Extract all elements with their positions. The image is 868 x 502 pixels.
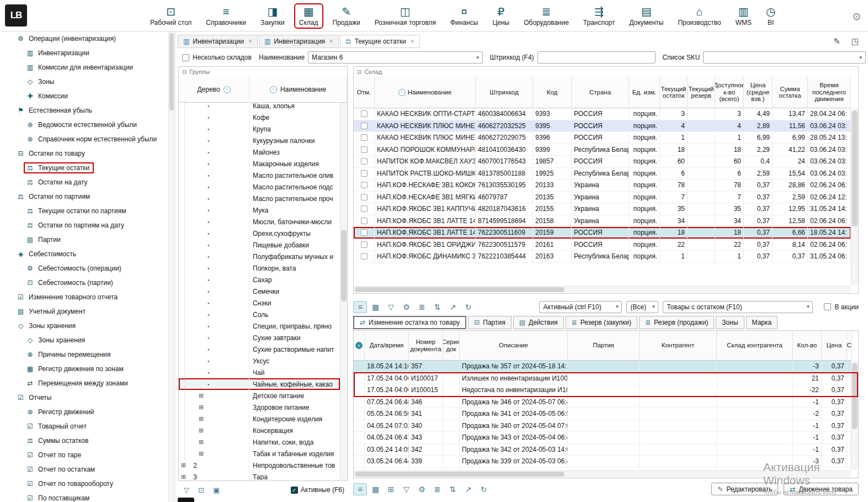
export-icon[interactable]: ↗ — [461, 483, 475, 495]
settings-icon[interactable]: ⚙ — [415, 483, 429, 495]
sidebar-item[interactable]: ⚖Текущие остатки — [0, 161, 168, 175]
stock-hscrollbar[interactable] — [354, 286, 851, 293]
group-tree-row[interactable]: ●Масло растительное проч — [179, 193, 340, 204]
group-tree-row[interactable]: ●Снэки — [179, 297, 340, 309]
status-filter-select[interactable]: Активный (ctrl F10)▼ — [539, 301, 622, 313]
scroll-thumb[interactable] — [355, 287, 565, 292]
nav-item-equipment[interactable]: ≣Оборудование — [519, 3, 574, 29]
detail-col-4[interactable]: Описание — [460, 331, 568, 360]
sidebar-item[interactable]: ⚖Остатки по партиям — [0, 189, 168, 204]
nav-item-finance[interactable]: ¤Финансы — [445, 3, 483, 29]
detail-col-7[interactable]: Склад контрагента — [717, 331, 793, 360]
movement-row[interactable]: 04.05.24 07:02340Продажа № 340 от 2024-0… — [354, 420, 858, 432]
nav-item-bi[interactable]: ◷BI — [761, 3, 780, 29]
sidebar-item[interactable]: ⚖Суммы остатков — [0, 434, 168, 448]
group-tree-row[interactable]: ●Попкорн, вата — [179, 262, 340, 274]
stock-col-7[interactable]: Текущий резерв — [688, 77, 715, 108]
row-checkbox[interactable] — [361, 229, 368, 236]
scroll-thumb[interactable] — [852, 363, 858, 429]
stock-col-8[interactable]: Доступное к-во (всего) — [715, 77, 744, 108]
export-icon[interactable]: ↗ — [446, 301, 460, 313]
expand-plus-icon[interactable]: ⊞ — [181, 473, 186, 480]
stock-vscrollbar[interactable] — [851, 108, 858, 286]
groups-col-tree[interactable]: Дерево^ — [179, 77, 249, 102]
row-checkbox[interactable] — [361, 134, 368, 141]
stock-row[interactable]: НАП.КОФ.ЯКОБС 3В1 ЛАТТЕ 14.8Г УК76223005… — [354, 227, 851, 239]
groups-scrollbar[interactable] — [340, 103, 347, 480]
movement-row[interactable]: 17.05.24 04:06И100017Излишек по инвентар… — [354, 373, 858, 385]
active-f6-checkbox[interactable]: ✓ — [291, 487, 298, 494]
stock-row[interactable]: КАКАО НЕСКВИК ОПТИ-СТАРТ БЫС460038400663… — [354, 108, 851, 120]
group-tree-row[interactable]: ⊞Напитки, соки, вода — [179, 436, 340, 448]
multi-warehouse-checkbox[interactable] — [182, 54, 189, 61]
group-tree-row[interactable]: ●Макаронные изделия — [179, 158, 340, 170]
groups-col-name[interactable]: ^Наименование — [249, 77, 347, 102]
group-tree-row[interactable]: ●Мука — [179, 204, 340, 216]
nav-item-references[interactable]: ≡Справочники — [201, 3, 251, 29]
promo-checkbox[interactable] — [824, 303, 831, 310]
row-checkbox[interactable] — [361, 218, 368, 224]
sidebar-item[interactable]: ☑Отчет по таре — [0, 448, 168, 462]
detail-col-0[interactable]: v — [354, 331, 365, 360]
sidebar-item[interactable]: ⊛Справочник норм естественной убыли — [0, 132, 168, 146]
sidebar-item[interactable]: ☑Отчеты — [0, 390, 168, 405]
movement-row[interactable]: 17.05.24 04:00И100015Недостача по инвент… — [354, 384, 858, 397]
stock-row[interactable]: НАП.КОФ.ЯКОБС 3В1 ЛАТТЕ 14.8Г JA87145995… — [354, 215, 851, 228]
expand-plus-icon[interactable]: ⊞ — [199, 438, 204, 446]
expand-plus-icon[interactable]: ⊞ — [199, 404, 204, 411]
all-filter-select[interactable]: (Все)▼ — [626, 301, 658, 313]
sku-select[interactable]: ▼ — [703, 51, 866, 64]
group-tree-row[interactable]: ●Сухие завтраки — [179, 332, 340, 344]
tab-item[interactable]: ▥Инвентаризация× — [259, 35, 339, 48]
expand-plus-icon[interactable]: ⊞ — [199, 450, 204, 457]
group-tree-row[interactable]: ⊞Табак и табачные изделия — [179, 448, 340, 459]
nav-item-sales[interactable]: ✎Продажи — [328, 3, 365, 29]
sidebar-item[interactable]: ⚖Остатки по партиям на дату — [0, 218, 168, 232]
group-tree-row[interactable]: ⊞Кондитерские изделия — [179, 413, 340, 425]
sidebar-item[interactable]: ⚖Остатки на дату — [0, 175, 168, 189]
nav-item-desktop[interactable]: ⊡Рабочий стол — [145, 3, 196, 29]
detail-col-10[interactable]: С — [847, 331, 852, 360]
filter-icon[interactable]: ▽ — [384, 301, 398, 313]
sidebar-item[interactable]: ⚑Естественная убыль — [0, 103, 168, 118]
collapse-all-icon[interactable]: ▣ — [213, 486, 220, 494]
detail-tab[interactable]: ≣Резерв (продажи) — [639, 316, 714, 329]
refresh-icon[interactable]: ↻ — [461, 301, 475, 313]
maximize-icon[interactable]: ◳ — [851, 36, 859, 46]
group-tree-row[interactable]: ●Крупа — [179, 123, 340, 135]
stock-row[interactable]: НАП.КОФ.ЯКОБС 3В1 КАППУЧИНО4820187043616… — [354, 203, 851, 215]
group-tree-row[interactable]: ●Полуфабрикаты мучных и — [179, 251, 340, 262]
movement-row[interactable]: 18.05.24 14:10357Продажа № 357 от 2024-0… — [354, 361, 858, 373]
stock-col-5[interactable]: Ед. изм. — [629, 77, 660, 108]
edit-button[interactable]: ✎Редактировать — [711, 483, 778, 495]
row-checkbox[interactable] — [361, 194, 368, 200]
detail-col-8[interactable]: Кол-во — [793, 331, 822, 360]
refresh-icon[interactable]: ↻ — [477, 483, 491, 495]
sidebar-item[interactable]: ▤Учетный документ — [0, 304, 168, 319]
sidebar-item[interactable]: ☑Товарный отчет — [0, 419, 168, 434]
sidebar-item[interactable]: ▦Регистр движения по зонам — [0, 362, 168, 376]
scroll-thumb[interactable] — [852, 110, 858, 226]
group-tree-row[interactable]: ●Мюсли, батончики-мюсли — [179, 216, 340, 228]
detail-col-1[interactable]: Дата/время — [365, 331, 409, 360]
group-tree-row[interactable]: ●Орехи,сухофрукты — [179, 228, 340, 239]
stock-row[interactable]: НАПИТОК КОФ.МАКСВЕЛ ХАУЗ 3В1460700177654… — [354, 156, 851, 168]
sort-asc-icon[interactable]: ^ — [398, 89, 406, 96]
app-logo[interactable]: LB — [5, 4, 27, 27]
group-tree-row[interactable]: ●Масло растительное подс — [179, 181, 340, 193]
group-tree-row[interactable]: ●Каша, хлопья — [179, 100, 340, 112]
sidebar-item[interactable]: ◇Зоны — [0, 75, 168, 89]
expand-all-icon[interactable]: ⊡ — [198, 486, 204, 494]
row-checkbox[interactable] — [361, 170, 368, 177]
stock-col-1[interactable]: ^Наименование — [375, 77, 476, 108]
group-tree-row[interactable]: ⊞2Непродовольственные тов — [179, 459, 340, 471]
stock-row[interactable]: КАКАО НЕСКВИК ПЛЮС МИНЕРАЛЬ4606272032525… — [354, 120, 851, 133]
collapse-icon[interactable]: ⊟ — [357, 69, 361, 75]
barcode-input[interactable] — [537, 51, 656, 64]
settings-gear-icon[interactable]: ⚙ — [852, 10, 861, 23]
stock-row[interactable]: НАП.КОФ.ЯКОБС ДИНАМИКС 3В1 1762221038544… — [354, 251, 851, 263]
row-checkbox[interactable] — [361, 205, 368, 212]
close-icon[interactable]: × — [411, 38, 414, 45]
edit-icon[interactable]: ✎ — [833, 36, 840, 46]
group-tree-row[interactable]: ●Уксус — [179, 355, 340, 367]
